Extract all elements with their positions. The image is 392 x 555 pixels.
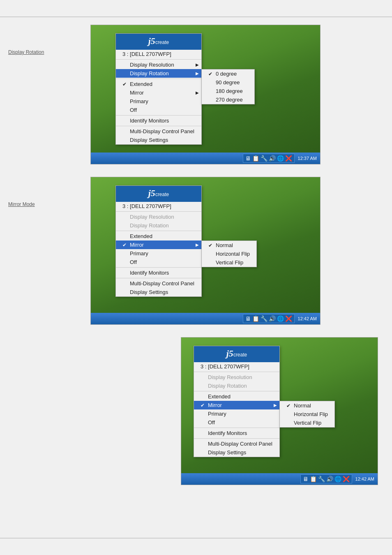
submenu-vflip-2[interactable]: Vertical Flip [202,258,256,267]
taskbar-icon-2d: 🔊 [269,315,276,322]
menu-display-rotation-1[interactable]: Display Rotation ▶ ✔0 degree 90 degree 1… [116,69,201,78]
context-menu-1[interactable]: j5create 3 : [DELL 2707WFP] Display Reso… [115,33,202,145]
menu-display-settings-3[interactable]: Display Settings [194,448,279,457]
arrow-mirror-2: ▶ [196,243,199,247]
taskbar-2: 🖥 📋 🔧 🔊 🌐 ❌ 12:42 AM [91,313,320,324]
taskbar-icon-2f: ❌ [285,315,292,322]
taskbar-1: 🖥 📋 🔧 🔊 🌐 ❌ 12:37 AM [91,153,320,164]
taskbar-icon-3b: 📋 [310,476,317,482]
taskbar-icons-1: 🖥 📋 🔧 🔊 🌐 ❌ [243,154,295,163]
context-menu-3[interactable]: j5create 3 : [DELL 2707WFP] Display Reso… [194,346,280,457]
check-0deg: ✔ [208,71,214,77]
menu-identify-1[interactable]: Identify Monitors [116,116,201,125]
taskbar-time-2: 12:42 AM [298,316,317,321]
menu-primary-3[interactable]: Primary [194,409,279,418]
separator-1c [116,115,201,116]
menu-display-resolution-2: Display Resolution [116,213,201,221]
taskbar-time-1: 12:37 AM [298,156,317,161]
taskbar-icon-3c: 🔧 [318,476,325,482]
screenshot-3: j5create 3 : [DELL 2707WFP] Display Reso… [181,337,378,485]
check-extended-1: ✔ [122,81,128,87]
menu-display-rotation-2: Display Rotation [116,221,201,230]
submenu-mirror-2[interactable]: ✔Normal Horizontal Flip Vertical Flip [201,240,257,267]
submenu-normal-3[interactable]: ✔Normal [280,401,334,410]
side-label-mirror-mode[interactable]: Mirror Mode [8,201,35,207]
submenu-normal-2[interactable]: ✔Normal [202,241,256,250]
bottom-border [0,538,392,539]
taskbar-icon-1e: 🌐 [277,155,284,162]
separator-3b [194,391,279,391]
taskbar-icon-1d: 🔊 [269,155,276,162]
side-label-display-rotation[interactable]: Display Rotation [8,49,44,55]
taskbar-3: 🖥 📋 🔧 🔊 🌐 ❌ 12:42 AM [181,473,378,485]
separator-1a [116,59,201,60]
taskbar-icon-3e: 🌐 [334,476,341,482]
separator-1b [116,79,201,79]
menu-off-3[interactable]: Off [194,418,279,427]
menu-control-panel-1[interactable]: Multi-Display Control Panel [116,127,201,136]
menu-display-resolution-1[interactable]: Display Resolution ▶ [116,60,201,69]
menu-title-2: j5create [116,186,201,202]
submenu-hflip-3[interactable]: Horizontal Flip [280,410,334,419]
submenu-0deg[interactable]: ✔0 degree [202,69,254,78]
check-normal-3: ✔ [286,403,292,409]
check-mirror-2: ✔ [122,242,128,248]
taskbar-icon-2e: 🌐 [277,315,284,322]
menu-identify-3[interactable]: Identify Monitors [194,429,279,437]
arrow-rotation-1: ▶ [196,71,199,76]
taskbar-icons-2: 🖥 📋 🔧 🔊 🌐 ❌ [243,314,295,323]
taskbar-icon-1c: 🔧 [261,155,267,162]
submenu-vflip-3[interactable]: Vertical Flip [280,419,334,427]
submenu-mirror-3[interactable]: ✔Normal Horizontal Flip Vertical Flip [279,401,335,428]
menu-monitor-3: 3 : [DELL 2707WFP] [194,362,279,371]
separator-3d [194,438,279,439]
menu-monitor-2: 3 : [DELL 2707WFP] [116,202,201,210]
taskbar-icon-3d: 🔊 [326,476,333,482]
submenu-270deg[interactable]: 270 degree [202,95,254,104]
menu-title-1: j5create [116,34,201,50]
menu-mirror-3[interactable]: ✔Mirror ▶ ✔Normal Horizontal Flip Vertic… [194,401,279,409]
menu-primary-2[interactable]: Primary [116,249,201,258]
menu-extended-1[interactable]: ✔Extended [116,80,201,88]
menu-mirror-2[interactable]: ✔Mirror ▶ ✔Normal Horizontal Flip Vertic… [116,240,201,249]
menu-display-settings-1[interactable]: Display Settings [116,136,201,144]
submenu-rotation-1[interactable]: ✔0 degree 90 degree 180 degree 270 degre… [201,69,255,104]
menu-control-panel-2[interactable]: Multi-Display Control Panel [116,279,201,288]
check-mirror-3: ✔ [201,402,206,408]
arrow-mirror-3: ▶ [274,403,277,407]
screenshot-1: j5create 3 : [DELL 2707WFP] Display Reso… [90,25,321,164]
taskbar-icon-2b: 📋 [252,315,259,322]
menu-primary-1[interactable]: Primary [116,97,201,106]
taskbar-icons-3: 🖥 📋 🔧 🔊 🌐 ❌ [300,474,352,483]
submenu-hflip-2[interactable]: Horizontal Flip [202,250,256,258]
arrow-mirror-1: ▶ [196,90,199,95]
menu-monitor-1: 3 : [DELL 2707WFP] [116,50,201,58]
menu-off-1[interactable]: Off [116,106,201,114]
menu-display-resolution-3: Display Resolution [194,373,279,382]
submenu-90deg[interactable]: 90 degree [202,78,254,87]
separator-3a [194,372,279,372]
menu-identify-2[interactable]: Identify Monitors [116,268,201,277]
top-border [0,16,392,17]
submenu-180deg[interactable]: 180 degree [202,87,254,95]
separator-2c [116,267,201,268]
taskbar-icon-1a: 🖥 [245,155,251,162]
separator-3c [194,428,279,428]
menu-off-2[interactable]: Off [116,258,201,266]
taskbar-icon-2c: 🔧 [261,315,267,322]
menu-control-panel-3[interactable]: Multi-Display Control Panel [194,439,279,448]
menu-display-settings-2[interactable]: Display Settings [116,288,201,296]
menu-extended-3[interactable]: Extended [194,392,279,401]
menu-mirror-1[interactable]: Mirror ▶ [116,88,201,97]
screenshot-2: j5create 3 : [DELL 2707WFP] Display Reso… [90,177,321,325]
menu-title-3: j5create [194,346,279,362]
separator-2a [116,211,201,212]
taskbar-icon-2a: 🖥 [245,315,251,322]
arrow-resolution-1: ▶ [196,62,199,67]
context-menu-2[interactable]: j5create 3 : [DELL 2707WFP] Display Reso… [115,185,202,297]
taskbar-icon-3a: 🖥 [303,476,309,482]
menu-extended-2[interactable]: Extended [116,232,201,240]
taskbar-icon-3f: ❌ [343,476,350,482]
taskbar-time-3: 12:42 AM [355,476,374,481]
taskbar-icon-1f: ❌ [285,155,292,162]
